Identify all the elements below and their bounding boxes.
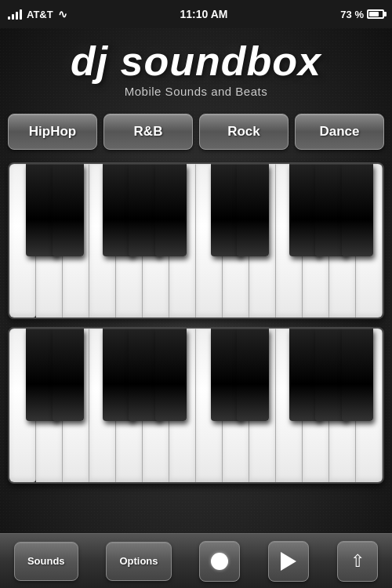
battery-percent: 73 % <box>340 9 364 20</box>
genre-btn-dance[interactable]: Dance <box>295 114 384 150</box>
black-key-as1[interactable] <box>155 164 187 256</box>
black-key-ds1[interactable] <box>53 164 84 256</box>
tab-bar: Sounds Options ⇧ <box>0 533 392 588</box>
piano-keys-2 <box>9 328 383 482</box>
status-time: 11:10 AM <box>180 8 228 20</box>
main-content: dj soundbox Mobile Sounds and Beats HipH… <box>0 28 392 588</box>
piano-keys-1 <box>9 164 383 318</box>
app-header: dj soundbox Mobile Sounds and Beats <box>0 28 392 104</box>
wifi-icon: ∿ <box>58 8 67 20</box>
signal-bars-icon <box>8 9 22 20</box>
app-title: dj soundbox <box>0 41 392 82</box>
black-key-as4[interactable] <box>342 328 373 421</box>
app-subtitle: Mobile Sounds and Beats <box>0 85 392 98</box>
piano-keyboard-2 <box>8 327 384 484</box>
genre-btn-rock[interactable]: Rock <box>199 114 289 150</box>
black-key-ds4[interactable] <box>237 328 268 421</box>
play-button[interactable] <box>268 541 309 582</box>
black-key-ds2[interactable] <box>237 164 268 256</box>
status-right: 73 % <box>340 9 384 20</box>
status-left: AT&T ∿ <box>8 8 67 20</box>
record-button[interactable] <box>199 541 240 582</box>
battery-icon <box>367 9 384 19</box>
share-button[interactable]: ⇧ <box>337 541 378 582</box>
play-icon <box>281 552 296 571</box>
record-icon <box>211 553 228 570</box>
genre-buttons: HipHop R&B Rock Dance <box>0 104 392 159</box>
black-key-as3[interactable] <box>155 328 187 421</box>
sounds-tab-button[interactable]: Sounds <box>14 542 78 581</box>
genre-btn-rnb[interactable]: R&B <box>103 114 193 150</box>
sounds-tab-label: Sounds <box>27 555 65 567</box>
options-tab-label: Options <box>119 555 158 567</box>
options-tab-button[interactable]: Options <box>106 542 171 581</box>
genre-btn-hiphop[interactable]: HipHop <box>8 114 97 150</box>
black-key-ds3[interactable] <box>53 328 84 421</box>
carrier-label: AT&T <box>27 9 53 20</box>
piano-keyboard-1 <box>8 162 384 319</box>
share-icon: ⇧ <box>350 553 365 570</box>
status-bar: AT&T ∿ 11:10 AM 73 % <box>0 0 392 28</box>
black-key-as2[interactable] <box>342 164 373 256</box>
